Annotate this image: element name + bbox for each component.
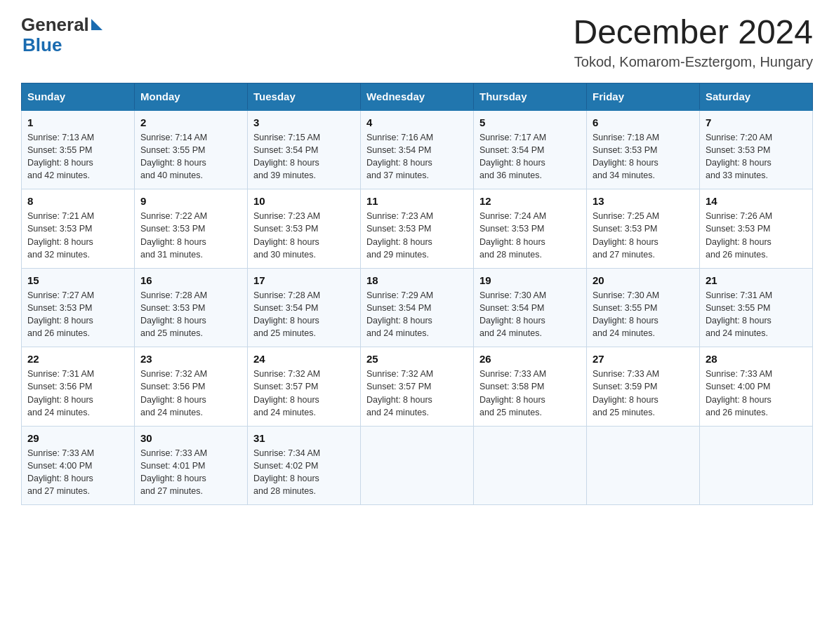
day-info: Sunrise: 7:15 AMSunset: 3:54 PMDaylight:… — [253, 131, 355, 182]
day-info: Sunrise: 7:32 AMSunset: 3:56 PMDaylight:… — [140, 368, 241, 419]
day-info: Sunrise: 7:30 AMSunset: 3:55 PMDaylight:… — [593, 289, 694, 340]
day-info: Sunrise: 7:13 AMSunset: 3:55 PMDaylight:… — [27, 131, 128, 182]
day-number: 9 — [140, 195, 241, 207]
table-row: 20Sunrise: 7:30 AMSunset: 3:55 PMDayligh… — [587, 268, 700, 347]
day-number: 16 — [140, 274, 241, 286]
day-number: 1 — [27, 116, 128, 128]
table-row: 31Sunrise: 7:34 AMSunset: 4:02 PMDayligh… — [248, 426, 361, 505]
table-row: 19Sunrise: 7:30 AMSunset: 3:54 PMDayligh… — [474, 268, 587, 347]
page-header: General Blue December 2024 Tokod, Komaro… — [21, 14, 813, 70]
col-wednesday: Wednesday — [361, 83, 474, 110]
day-number: 31 — [253, 432, 355, 444]
day-info: Sunrise: 7:33 AMSunset: 4:00 PMDaylight:… — [706, 368, 807, 419]
day-number: 2 — [140, 116, 241, 128]
day-number: 7 — [706, 116, 807, 128]
day-info: Sunrise: 7:24 AMSunset: 3:53 PMDaylight:… — [479, 210, 581, 261]
day-number: 26 — [479, 353, 581, 365]
logo-blue-text: Blue — [22, 36, 62, 54]
day-number: 20 — [593, 274, 694, 286]
logo-triangle-icon — [91, 19, 102, 30]
col-sunday: Sunday — [22, 83, 135, 110]
day-info: Sunrise: 7:34 AMSunset: 4:02 PMDaylight:… — [253, 447, 355, 498]
logo: General Blue — [21, 14, 102, 54]
calendar-week-row: 15Sunrise: 7:27 AMSunset: 3:53 PMDayligh… — [22, 268, 813, 347]
day-info: Sunrise: 7:17 AMSunset: 3:54 PMDaylight:… — [479, 131, 581, 182]
day-info: Sunrise: 7:20 AMSunset: 3:53 PMDaylight:… — [706, 131, 807, 182]
day-info: Sunrise: 7:32 AMSunset: 3:57 PMDaylight:… — [253, 368, 355, 419]
day-info: Sunrise: 7:28 AMSunset: 3:54 PMDaylight:… — [253, 289, 355, 340]
table-row: 5Sunrise: 7:17 AMSunset: 3:54 PMDaylight… — [474, 110, 587, 189]
day-number: 15 — [27, 274, 128, 286]
day-number: 27 — [593, 353, 694, 365]
day-number: 17 — [253, 274, 355, 286]
day-number: 30 — [140, 432, 241, 444]
calendar-week-row: 29Sunrise: 7:33 AMSunset: 4:00 PMDayligh… — [22, 426, 813, 505]
table-row: 23Sunrise: 7:32 AMSunset: 3:56 PMDayligh… — [135, 347, 248, 427]
day-number: 14 — [706, 195, 807, 207]
day-number: 23 — [140, 353, 241, 365]
table-row: 22Sunrise: 7:31 AMSunset: 3:56 PMDayligh… — [22, 347, 135, 427]
day-number: 22 — [27, 353, 128, 365]
table-row: 2Sunrise: 7:14 AMSunset: 3:55 PMDaylight… — [135, 110, 248, 189]
day-number: 28 — [706, 353, 807, 365]
day-number: 5 — [479, 116, 581, 128]
table-row: 9Sunrise: 7:22 AMSunset: 3:53 PMDaylight… — [135, 189, 248, 269]
calendar-week-row: 1Sunrise: 7:13 AMSunset: 3:55 PMDaylight… — [22, 110, 813, 189]
day-number: 21 — [706, 274, 807, 286]
day-info: Sunrise: 7:22 AMSunset: 3:53 PMDaylight:… — [140, 210, 241, 261]
calendar-header-row: Sunday Monday Tuesday Wednesday Thursday… — [22, 83, 813, 110]
table-row: 14Sunrise: 7:26 AMSunset: 3:53 PMDayligh… — [700, 189, 813, 269]
day-number: 18 — [366, 274, 468, 286]
table-row — [587, 426, 700, 505]
table-row: 27Sunrise: 7:33 AMSunset: 3:59 PMDayligh… — [587, 347, 700, 427]
table-row: 8Sunrise: 7:21 AMSunset: 3:53 PMDaylight… — [22, 189, 135, 269]
day-number: 3 — [253, 116, 355, 128]
day-number: 12 — [479, 195, 581, 207]
col-tuesday: Tuesday — [248, 83, 361, 110]
table-row: 21Sunrise: 7:31 AMSunset: 3:55 PMDayligh… — [700, 268, 813, 347]
day-info: Sunrise: 7:14 AMSunset: 3:55 PMDaylight:… — [140, 131, 241, 182]
table-row: 3Sunrise: 7:15 AMSunset: 3:54 PMDaylight… — [248, 110, 361, 189]
table-row: 24Sunrise: 7:32 AMSunset: 3:57 PMDayligh… — [248, 347, 361, 427]
day-info: Sunrise: 7:26 AMSunset: 3:53 PMDaylight:… — [706, 210, 807, 261]
day-info: Sunrise: 7:18 AMSunset: 3:53 PMDaylight:… — [593, 131, 694, 182]
calendar-table: Sunday Monday Tuesday Wednesday Thursday… — [21, 83, 813, 506]
table-row: 7Sunrise: 7:20 AMSunset: 3:53 PMDaylight… — [700, 110, 813, 189]
day-number: 24 — [253, 353, 355, 365]
calendar-title: December 2024 — [573, 14, 813, 51]
table-row: 26Sunrise: 7:33 AMSunset: 3:58 PMDayligh… — [474, 347, 587, 427]
day-info: Sunrise: 7:33 AMSunset: 3:58 PMDaylight:… — [479, 368, 581, 419]
day-number: 4 — [366, 116, 468, 128]
table-row — [700, 426, 813, 505]
day-number: 29 — [27, 432, 128, 444]
table-row: 4Sunrise: 7:16 AMSunset: 3:54 PMDaylight… — [361, 110, 474, 189]
table-row: 17Sunrise: 7:28 AMSunset: 3:54 PMDayligh… — [248, 268, 361, 347]
calendar-title-block: December 2024 Tokod, Komarom-Esztergom, … — [573, 14, 813, 70]
day-number: 19 — [479, 274, 581, 286]
table-row: 15Sunrise: 7:27 AMSunset: 3:53 PMDayligh… — [22, 268, 135, 347]
col-saturday: Saturday — [700, 83, 813, 110]
table-row: 11Sunrise: 7:23 AMSunset: 3:53 PMDayligh… — [361, 189, 474, 269]
day-number: 13 — [593, 195, 694, 207]
day-info: Sunrise: 7:27 AMSunset: 3:53 PMDaylight:… — [27, 289, 128, 340]
table-row — [474, 426, 587, 505]
calendar-week-row: 8Sunrise: 7:21 AMSunset: 3:53 PMDaylight… — [22, 189, 813, 269]
table-row: 28Sunrise: 7:33 AMSunset: 4:00 PMDayligh… — [700, 347, 813, 427]
table-row: 18Sunrise: 7:29 AMSunset: 3:54 PMDayligh… — [361, 268, 474, 347]
day-info: Sunrise: 7:31 AMSunset: 3:55 PMDaylight:… — [706, 289, 807, 340]
table-row: 12Sunrise: 7:24 AMSunset: 3:53 PMDayligh… — [474, 189, 587, 269]
table-row — [361, 426, 474, 505]
day-info: Sunrise: 7:30 AMSunset: 3:54 PMDaylight:… — [479, 289, 581, 340]
logo-general-text: General — [21, 14, 89, 36]
col-monday: Monday — [135, 83, 248, 110]
day-number: 25 — [366, 353, 468, 365]
day-info: Sunrise: 7:16 AMSunset: 3:54 PMDaylight:… — [366, 131, 468, 182]
day-info: Sunrise: 7:31 AMSunset: 3:56 PMDaylight:… — [27, 368, 128, 419]
day-info: Sunrise: 7:33 AMSunset: 4:01 PMDaylight:… — [140, 447, 241, 498]
day-number: 8 — [27, 195, 128, 207]
day-number: 10 — [253, 195, 355, 207]
day-info: Sunrise: 7:25 AMSunset: 3:53 PMDaylight:… — [593, 210, 694, 261]
calendar-week-row: 22Sunrise: 7:31 AMSunset: 3:56 PMDayligh… — [22, 347, 813, 427]
day-info: Sunrise: 7:29 AMSunset: 3:54 PMDaylight:… — [366, 289, 468, 340]
table-row: 13Sunrise: 7:25 AMSunset: 3:53 PMDayligh… — [587, 189, 700, 269]
